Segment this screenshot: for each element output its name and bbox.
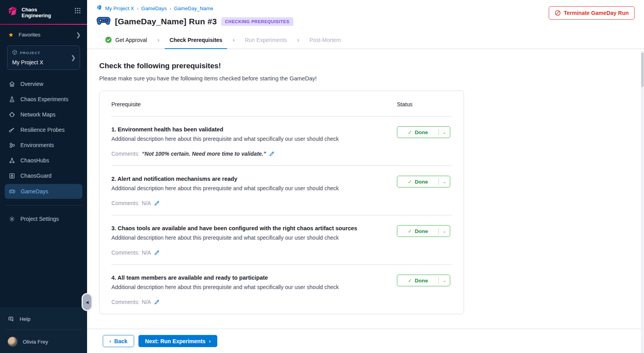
- chevron-down-icon[interactable]: ⌄: [439, 229, 450, 234]
- comments-line: Comments: N/A: [111, 299, 397, 308]
- user-name: Olivia Frey: [23, 339, 48, 345]
- check-icon: ✓: [408, 129, 412, 135]
- terminate-gameday-button[interactable]: Terminate GameDay Run: [549, 6, 635, 20]
- table-header: Prerequisite Status: [111, 101, 452, 116]
- help-chat-icon: [8, 316, 15, 322]
- next-label: Next: Run Experiments: [145, 338, 206, 344]
- prerequisite-cell: 4. All team members are available and re…: [111, 275, 397, 308]
- prerequisite-description: Additional description here about this p…: [111, 284, 397, 290]
- comments-line: Comments: N/A: [111, 249, 397, 258]
- next-run-experiments-button[interactable]: Next: Run Experiments ›: [138, 335, 217, 347]
- main-area: My Project X › GameDays › GameDay_Name […: [87, 0, 644, 353]
- check-icon: ✓: [408, 278, 412, 284]
- sidebar-item-label: Environments: [20, 142, 54, 148]
- chevron-right-icon: ❯: [71, 54, 76, 61]
- sidebar-item-project-settings[interactable]: Project Settings: [5, 212, 82, 226]
- edit-comment-icon[interactable]: [154, 250, 160, 255]
- help-button[interactable]: Help: [0, 311, 87, 327]
- chevron-down-icon[interactable]: ⌄: [439, 278, 450, 283]
- status-done-button[interactable]: ✓Done ⌄: [397, 126, 450, 138]
- table-row: 3. Chaos tools are available and have be…: [111, 215, 452, 265]
- chevron-down-icon[interactable]: ⌄: [439, 179, 450, 184]
- chevron-right-icon: ›: [292, 31, 305, 49]
- status-label: Done: [415, 179, 428, 185]
- home-icon: [9, 81, 15, 87]
- favorites-row[interactable]: ★ Favorites ❯: [0, 25, 87, 40]
- column-header-status: Status: [397, 101, 452, 107]
- gameday-gamepad-icon: [96, 16, 111, 27]
- lock-shield-icon: [9, 173, 15, 179]
- comment-text: N/A: [142, 249, 151, 256]
- status-done-button[interactable]: ✓Done ⌄: [397, 225, 450, 237]
- edit-comment-icon[interactable]: [154, 200, 160, 206]
- help-label: Help: [20, 316, 31, 322]
- chevron-right-icon: ›: [137, 5, 138, 11]
- prerequisite-cell: 3. Chaos tools are available and have be…: [111, 225, 397, 258]
- back-label: Back: [114, 338, 127, 344]
- page-title: [GameDay_Name] Run #3: [115, 17, 217, 26]
- comment-text: N/A: [142, 299, 151, 305]
- step-run-experiments[interactable]: Run Experiments: [240, 31, 291, 49]
- chevron-right-icon: ›: [169, 5, 171, 11]
- sidebar-item-label: Overview: [20, 81, 43, 87]
- project-label: PROJECT: [20, 51, 40, 55]
- sidebar-item-label: Project Settings: [20, 216, 59, 222]
- check-circle-icon: [105, 36, 112, 43]
- sidebar-item-chaos-experiments[interactable]: Chaos Experiments: [5, 92, 82, 107]
- sidebar-item-overview[interactable]: Overview: [5, 77, 82, 91]
- back-button[interactable]: ‹ Back: [103, 335, 134, 347]
- breadcrumb-module-icon: [96, 5, 102, 12]
- comments-label: Comments:: [111, 249, 140, 256]
- sidebar-divider: [5, 329, 82, 330]
- sidebar-item-environments[interactable]: Environments: [5, 138, 82, 153]
- page-header: My Project X › GameDays › GameDay_Name […: [87, 0, 644, 27]
- breadcrumb-link-project[interactable]: My Project X: [105, 5, 134, 11]
- sidebar-nav: Overview Chaos Experiments Network Maps …: [0, 76, 87, 200]
- comments-label: Comments:: [111, 299, 140, 305]
- sidebar-item-network-maps[interactable]: Network Maps: [5, 107, 82, 122]
- status-cell: ✓Done ⌄: [397, 176, 452, 209]
- status-done-button[interactable]: ✓Done ⌄: [397, 176, 450, 187]
- content-heading: Check the following prerequisites!: [99, 62, 644, 70]
- module-grid-icon[interactable]: [75, 7, 81, 15]
- project-name: My Project X: [12, 59, 76, 66]
- vertical-scrollbar[interactable]: [641, 51, 644, 353]
- probe-icon: [9, 127, 15, 133]
- footer-bar: ‹ Back Next: Run Experiments ›: [87, 329, 644, 353]
- gear-icon: [9, 216, 15, 222]
- status-cell: ✓Done ⌄: [397, 275, 452, 308]
- sidebar-collapse-handle[interactable]: ◀: [83, 294, 91, 310]
- step-label: Run Experiments: [245, 37, 287, 43]
- prerequisites-card: Prerequisite Status 1. Environment healt…: [99, 91, 464, 314]
- user-menu[interactable]: Olivia Frey: [0, 332, 87, 353]
- prerequisite-description: Additional description here about this p…: [111, 136, 397, 142]
- step-get-approval[interactable]: Get Approval: [100, 31, 152, 49]
- project-selector[interactable]: PROJECT My Project X ❯: [7, 45, 80, 70]
- sidebar-item-label: Network Maps: [20, 111, 55, 118]
- sidebar-item-label: GameDays: [21, 188, 48, 195]
- brand-title: Chaos Engineering: [22, 7, 58, 19]
- chaos-engineering-logo-icon: [7, 6, 18, 18]
- status-cell: ✓Done ⌄: [397, 225, 452, 258]
- edit-comment-icon[interactable]: [269, 151, 275, 156]
- breadcrumb-link-gamedays[interactable]: GameDays: [141, 5, 167, 11]
- terminate-label: Terminate GameDay Run: [564, 10, 629, 16]
- sidebar-item-chaoshubs[interactable]: ChaosHubs: [5, 153, 82, 168]
- sidebar-item-resilience-probes[interactable]: Resilience Probes: [5, 123, 82, 137]
- step-post-mortem[interactable]: Post-Mortem: [305, 31, 346, 49]
- status-label: Done: [415, 278, 428, 284]
- prerequisite-title: 3. Chaos tools are available and have be…: [111, 225, 397, 231]
- step-label: Post-Mortem: [309, 37, 341, 43]
- edit-comment-icon[interactable]: [154, 299, 160, 305]
- comments-line: Comments: “Not 100% certain. Need more t…: [111, 151, 397, 159]
- chevron-down-icon[interactable]: ⌄: [439, 130, 450, 135]
- status-cell: ✓Done ⌄: [397, 126, 452, 159]
- sidebar-divider: [5, 205, 82, 206]
- gamepad-icon: [9, 188, 16, 195]
- step-check-prerequisites[interactable]: Check Prerequisites: [165, 31, 227, 49]
- sidebar-item-gamedays[interactable]: GameDays: [5, 184, 82, 199]
- status-done-button[interactable]: ✓Done ⌄: [397, 275, 450, 286]
- scrollbar-thumb[interactable]: [641, 53, 644, 87]
- sidebar-item-chaosguard[interactable]: ChaosGuard: [5, 169, 82, 183]
- breadcrumb-link-gameday-name[interactable]: GameDay_Name: [174, 5, 213, 11]
